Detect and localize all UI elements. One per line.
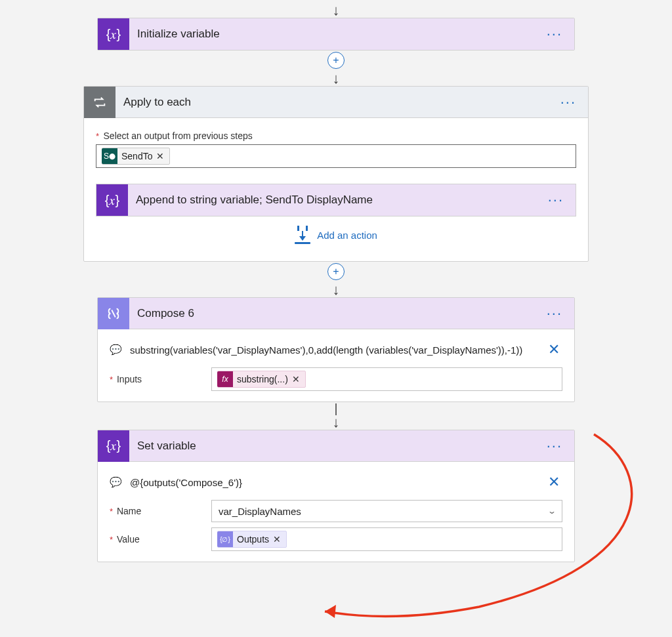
select-output-input[interactable]: S⬤ SendTo ✕: [96, 144, 576, 168]
card-title: Append to string variable; SendTo Displa…: [128, 194, 536, 207]
card-append-string[interactable]: {𝑥} Append to string variable; SendTo Di…: [96, 184, 576, 216]
card-menu-ellipsis[interactable]: ···: [535, 26, 574, 43]
select-output-label: Select an output from previous steps: [104, 131, 253, 141]
card-initialize-variable[interactable]: {𝑥} Initialize variable ···: [97, 18, 575, 51]
add-step-button[interactable]: +: [327, 263, 345, 280]
name-select[interactable]: var_DisplayNames ⌄: [211, 500, 562, 522]
compose-icon: [98, 298, 129, 329]
peek-code: substring(variables('var_DisplayNames'),…: [130, 344, 522, 356]
comment-icon: 💬: [110, 344, 122, 356]
arrow-connector-icon: ↓: [333, 3, 340, 18]
loop-icon: [84, 87, 116, 118]
token-substring[interactable]: fx substring(...) ✕: [217, 371, 306, 388]
card-set-variable[interactable]: {𝑥} Set variable ··· 💬 @{outputs('Compos…: [97, 430, 575, 562]
value-field[interactable]: {∅} Outputs ✕: [211, 527, 562, 551]
remove-token-icon[interactable]: ✕: [288, 374, 305, 384]
token-sendto[interactable]: S⬤ SendTo ✕: [102, 148, 170, 165]
variable-icon: {𝑥}: [96, 184, 128, 216]
inputs-field[interactable]: fx substring(...) ✕: [211, 367, 562, 391]
add-action-button[interactable]: Add an action: [96, 216, 576, 256]
card-title: Set variable: [129, 440, 535, 453]
inputs-label: Inputs: [117, 374, 142, 384]
card-menu-ellipsis[interactable]: ···: [536, 192, 576, 209]
peek-code: @{outputs('Compose_6')}: [130, 477, 242, 488]
add-step-button[interactable]: +: [327, 52, 345, 69]
required-marker: *: [110, 535, 113, 545]
compose-icon: {∅}: [217, 531, 233, 547]
card-title: Apply to each: [116, 96, 549, 109]
arrow-connector-icon: ↓: [333, 283, 340, 297]
required-marker: *: [110, 375, 113, 384]
insert-step-icon: [295, 226, 310, 244]
chevron-down-icon: ⌄: [547, 506, 556, 516]
value-label: Value: [117, 534, 140, 545]
required-marker: *: [110, 506, 113, 516]
card-title: Initialize variable: [129, 28, 535, 41]
comment-icon: 💬: [110, 476, 122, 488]
arrow-connector-icon: ↓: [333, 403, 340, 430]
variable-icon: {𝑥}: [98, 18, 129, 50]
remove-token-icon[interactable]: ✕: [269, 534, 286, 545]
card-apply-to-each[interactable]: Apply to each ··· * Select an output fro…: [83, 86, 589, 262]
close-peek-icon[interactable]: ✕: [548, 341, 562, 358]
required-marker: *: [96, 131, 99, 141]
token-outputs[interactable]: {∅} Outputs ✕: [217, 531, 287, 548]
svg-marker-0: [325, 605, 336, 618]
variable-icon: {𝑥}: [98, 430, 129, 462]
card-compose-6[interactable]: Compose 6 ··· 💬 substring(variables('var…: [97, 297, 575, 402]
card-menu-ellipsis[interactable]: ···: [535, 305, 574, 322]
card-menu-ellipsis[interactable]: ···: [535, 438, 574, 455]
arrow-connector-icon: ↓: [333, 72, 340, 86]
card-menu-ellipsis[interactable]: ···: [549, 94, 588, 111]
sharepoint-icon: S⬤: [102, 148, 117, 164]
remove-token-icon[interactable]: ✕: [152, 151, 169, 161]
card-title: Compose 6: [129, 307, 535, 320]
fx-icon: fx: [217, 371, 233, 387]
name-label: Name: [117, 506, 141, 516]
close-peek-icon[interactable]: ✕: [548, 474, 562, 491]
